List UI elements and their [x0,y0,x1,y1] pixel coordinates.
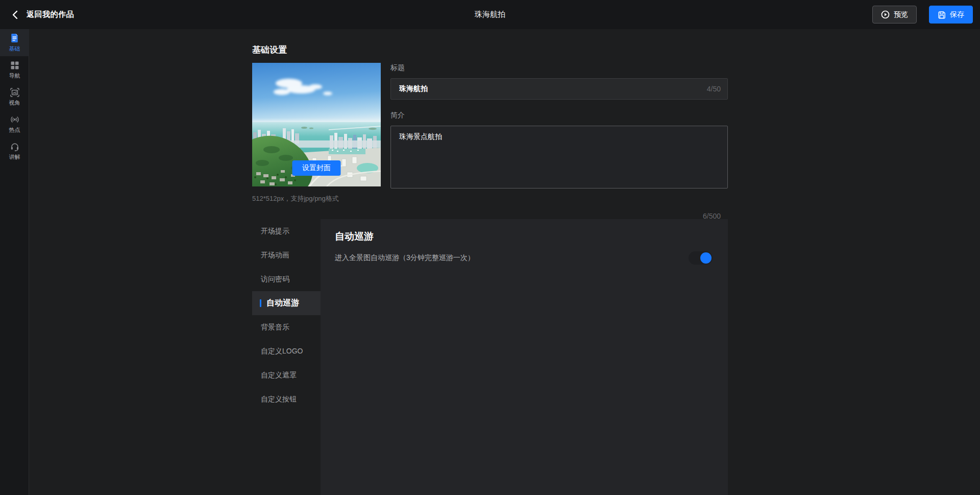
tab-auto-tour[interactable]: 自动巡游 [252,291,321,315]
tab-access-password[interactable]: 访问密码 [252,267,321,291]
topbar-actions: 预览 保存 [872,6,973,23]
chevron-left-icon [11,10,19,19]
sidebar-item-basic[interactable]: 基础 [0,29,29,56]
page-title: 珠海航拍 [0,10,980,19]
hotspot-icon [10,114,20,125]
auto-tour-panel: 自动巡游 进入全景图自动巡游（3分钟完整巡游一次） [321,219,728,495]
basic-fields: 标题 4/50 简介 珠海景点航拍 6/500 [390,63,728,191]
sidebar-item-label: 导航 [9,72,20,80]
sidebar-item-label: 视角 [9,99,20,107]
back-button[interactable]: 返回我的作品 [11,10,74,19]
sidebar-item-viewpoint[interactable]: 视角 [0,83,29,110]
title-input[interactable] [390,78,728,100]
save-label: 保存 [950,10,964,19]
auto-tour-description: 进入全景图自动巡游（3分钟完整巡游一次） [335,253,475,263]
sidebar-item-label: 讲解 [9,153,20,161]
sidebar-item-navigation[interactable]: 导航 [0,56,29,83]
sidebar: 基础 导航 视角 热点 [0,29,29,495]
cover-hint: 512*512px，支持jpg/png格式 [252,194,339,203]
set-cover-button[interactable]: 设置封面 [292,160,341,176]
cover-image[interactable]: 设置封面 [252,63,381,186]
description-textarea[interactable]: 珠海景点航拍 [390,126,728,188]
toggle-knob [700,252,712,264]
tab-opening-tip[interactable]: 开场提示 [252,219,321,243]
document-icon [9,33,20,43]
preview-label: 预览 [894,10,908,19]
main-content: 基础设置 [30,29,980,495]
play-circle-icon [881,10,890,19]
sidebar-item-narration[interactable]: 讲解 [0,137,29,164]
description-label: 简介 [390,111,728,120]
preview-button[interactable]: 预览 [872,6,917,23]
sidebar-item-label: 热点 [9,126,20,134]
panel-title: 自动巡游 [335,230,374,243]
save-button[interactable]: 保存 [929,6,973,23]
headset-icon [10,142,20,152]
title-label: 标题 [390,63,405,72]
sidebar-item-label: 基础 [9,45,20,53]
tab-custom-button[interactable]: 自定义按钮 [252,387,321,411]
tab-opening-animation[interactable]: 开场动画 [252,243,321,267]
settings-tabs: 开场提示 开场动画 访问密码 自动巡游 背景音乐 自定义LOGO 自定义遮罩 自… [252,219,321,411]
title-counter: 4/50 [707,85,721,93]
back-label: 返回我的作品 [27,10,74,19]
grid-icon [10,60,20,70]
auto-tour-row: 进入全景图自动巡游（3分钟完整巡游一次） [335,251,713,265]
tab-background-music[interactable]: 背景音乐 [252,315,321,339]
tab-custom-mask[interactable]: 自定义遮罩 [252,363,321,387]
auto-tour-toggle[interactable] [689,251,713,265]
save-icon [938,11,946,19]
topbar: 返回我的作品 珠海航拍 预览 保存 [0,0,980,29]
active-tab-indicator [260,299,261,307]
tab-custom-logo[interactable]: 自定义LOGO [252,339,321,363]
section-title: 基础设置 [252,44,287,56]
sidebar-item-hotspot[interactable]: 热点 [0,110,29,137]
viewpoint-icon [10,87,20,98]
